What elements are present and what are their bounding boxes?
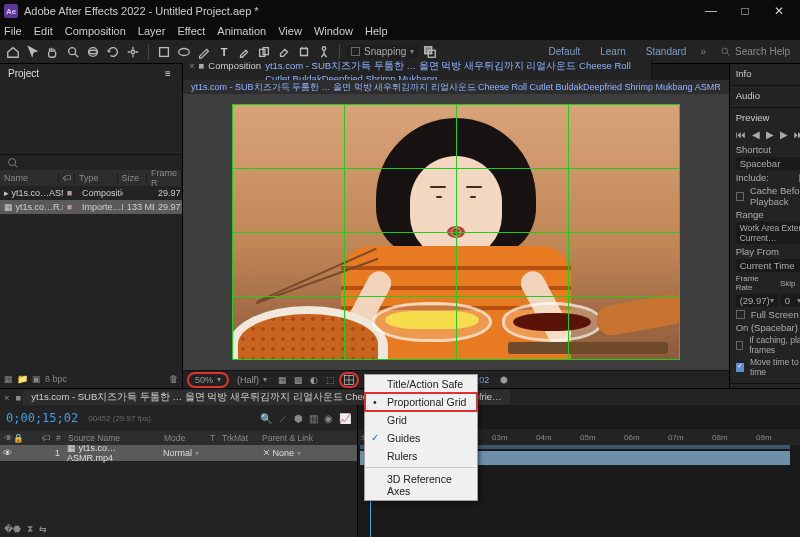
- close-button[interactable]: ✕: [762, 1, 796, 21]
- menu-animation[interactable]: Animation: [217, 25, 266, 37]
- ellipse-tool-icon[interactable]: [175, 43, 193, 61]
- cache-frames-checkbox[interactable]: [736, 341, 744, 350]
- trash-icon[interactable]: 🗑: [169, 374, 178, 384]
- rect-tool-icon[interactable]: [155, 43, 173, 61]
- project-row[interactable]: ▸ yt1s.co…ASMR ■ Composition 29.97: [0, 186, 182, 200]
- menu-grid[interactable]: Grid: [365, 411, 477, 429]
- minimize-button[interactable]: —: [694, 1, 728, 21]
- visibility-icon[interactable]: 👁: [3, 448, 12, 458]
- selection-tool-icon[interactable]: [24, 43, 42, 61]
- menu-help[interactable]: Help: [365, 25, 388, 37]
- grid-options-button[interactable]: [339, 372, 359, 388]
- menu-layer[interactable]: Layer: [138, 25, 166, 37]
- graph-editor-icon[interactable]: 📈: [339, 413, 351, 424]
- zoom-tool-icon[interactable]: [64, 43, 82, 61]
- first-frame-icon[interactable]: ⏮: [736, 129, 746, 140]
- menu-effect[interactable]: Effect: [177, 25, 205, 37]
- menu-guides[interactable]: Guides: [365, 429, 477, 447]
- rotate-tool-icon[interactable]: [104, 43, 122, 61]
- app-icon: Ae: [4, 4, 18, 18]
- anchor-tool-icon[interactable]: [124, 43, 142, 61]
- motion-blur-icon[interactable]: ◉: [324, 413, 333, 424]
- text-tool-icon[interactable]: T: [215, 43, 233, 61]
- shortcut-label: Shortcut: [736, 144, 800, 155]
- menu-window[interactable]: Window: [314, 25, 353, 37]
- prev-frame-icon[interactable]: ◀: [752, 129, 760, 140]
- fast-preview-icon[interactable]: ▦: [275, 375, 289, 385]
- workspace-learn[interactable]: Learn: [594, 46, 632, 57]
- menu-composition[interactable]: Composition: [65, 25, 126, 37]
- composition-viewer[interactable]: [183, 94, 729, 370]
- svg-point-8: [322, 46, 326, 50]
- shy-icon[interactable]: ⟋: [278, 413, 288, 424]
- fps-dropdown[interactable]: (29.97)▾: [736, 294, 778, 307]
- home-icon[interactable]: [4, 43, 22, 61]
- zoom-dropdown[interactable]: 50% ▾: [187, 372, 229, 388]
- new-comp-icon[interactable]: ▣: [32, 374, 41, 384]
- project-row[interactable]: ▦ yt1s.co…R.mp4 ■ Importe…EX 133 MB 29.9…: [0, 200, 182, 214]
- last-frame-icon[interactable]: ⏭: [794, 129, 800, 140]
- search-help[interactable]: Search Help: [714, 46, 796, 57]
- move-time-checkbox[interactable]: [736, 363, 744, 372]
- menu-view[interactable]: View: [278, 25, 302, 37]
- info-panel-header[interactable]: Info: [736, 68, 752, 79]
- project-footer: ▦ 📁 ▣ 8 bpc 🗑: [0, 370, 182, 388]
- right-panels: Info≡ Audio≡ Preview≡ ⏮ ◀ ▶ ▶ ⏭ Shortcut…: [729, 64, 800, 388]
- workspace-standard[interactable]: Standard: [640, 46, 693, 57]
- mask-toggle-icon[interactable]: ◐: [307, 375, 321, 385]
- preview-panel-header[interactable]: Preview: [736, 112, 770, 123]
- main-area: Project≡ Name 🏷 Type Size Frame R ▸ yt1s…: [0, 64, 800, 388]
- roto-tool-icon[interactable]: [295, 43, 313, 61]
- new-folder-icon[interactable]: 📁: [17, 374, 28, 384]
- playfrom-dropdown[interactable]: Current Time▾: [736, 259, 800, 272]
- audio-panel-header[interactable]: Audio: [736, 90, 760, 101]
- range-dropdown[interactable]: Work Area Extended By Current…▾: [736, 222, 800, 244]
- interpret-icon[interactable]: ▦: [4, 374, 13, 384]
- maximize-button[interactable]: □: [728, 1, 762, 21]
- search-layers-icon[interactable]: 🔍: [260, 413, 272, 424]
- menu-rulers[interactable]: Rulers: [365, 447, 477, 465]
- menu-proportional-grid[interactable]: Proportional Grid: [365, 393, 477, 411]
- shortcut-dropdown[interactable]: Spacebar▾: [736, 157, 800, 170]
- timeline-close-icon[interactable]: ×: [0, 392, 14, 403]
- current-timecode[interactable]: 0;00;15;02: [6, 411, 78, 425]
- toggle-switches-icon[interactable]: �⬣: [4, 524, 21, 534]
- project-columns: Name 🏷 Type Size Frame R: [0, 170, 182, 186]
- puppet-tool-icon[interactable]: [315, 43, 333, 61]
- transparency-grid-icon[interactable]: ▩: [291, 375, 305, 385]
- clone-tool-icon[interactable]: [255, 43, 273, 61]
- menu-3d-reference-axes[interactable]: 3D Reference Axes: [365, 470, 477, 500]
- hand-tool-icon[interactable]: [44, 43, 62, 61]
- fill-stroke-icon[interactable]: [421, 43, 439, 61]
- skip-dropdown[interactable]: 0▾: [781, 294, 800, 307]
- bpc-indicator[interactable]: 8 bpc: [45, 374, 67, 384]
- pen-tool-icon[interactable]: [195, 43, 213, 61]
- draft3d-icon[interactable]: ⬢: [497, 375, 511, 385]
- search-icon[interactable]: [6, 156, 20, 170]
- draft3d-icon[interactable]: ⬢: [294, 413, 303, 424]
- region-icon[interactable]: ⬚: [323, 375, 337, 385]
- toggle-panes-icon[interactable]: ⇆: [39, 524, 47, 534]
- fullscreen-checkbox[interactable]: [736, 310, 745, 319]
- next-frame-icon[interactable]: ▶: [780, 129, 788, 140]
- timeline-layer-row[interactable]: 👁 1 ▦ yt1s.co…ASMR.mp4 Normal ▾ ⪤ None ▾: [0, 445, 357, 461]
- eraser-tool-icon[interactable]: [275, 43, 293, 61]
- project-panel: Project≡ Name 🏷 Type Size Frame R ▸ yt1s…: [0, 64, 183, 388]
- resolution-dropdown[interactable]: (Half) ▾: [231, 373, 273, 387]
- brush-tool-icon[interactable]: [235, 43, 253, 61]
- menu-edit[interactable]: Edit: [34, 25, 53, 37]
- anchor-point-icon: [451, 227, 461, 237]
- workspace-default[interactable]: Default: [543, 46, 587, 57]
- snapping-toggle[interactable]: Snapping ▾: [346, 45, 419, 58]
- cache-before-checkbox[interactable]: [736, 192, 744, 201]
- menu-title-action-safe[interactable]: Title/Action Safe: [365, 375, 477, 393]
- play-icon[interactable]: ▶: [766, 129, 774, 140]
- menu-file[interactable]: File: [4, 25, 22, 37]
- frame-blend-icon[interactable]: ▥: [309, 413, 318, 424]
- orbit-tool-icon[interactable]: [84, 43, 102, 61]
- panel-menu-icon[interactable]: ≡: [162, 68, 174, 79]
- svg-point-5: [179, 48, 190, 55]
- render-time-icon[interactable]: ⧗: [27, 524, 33, 535]
- timeline-layer-list: 0;00;15;02 00452 (29.97 fps) 🔍 ⟋ ⬢ ▥ ◉ 📈…: [0, 405, 358, 537]
- project-tab[interactable]: Project: [8, 68, 39, 79]
